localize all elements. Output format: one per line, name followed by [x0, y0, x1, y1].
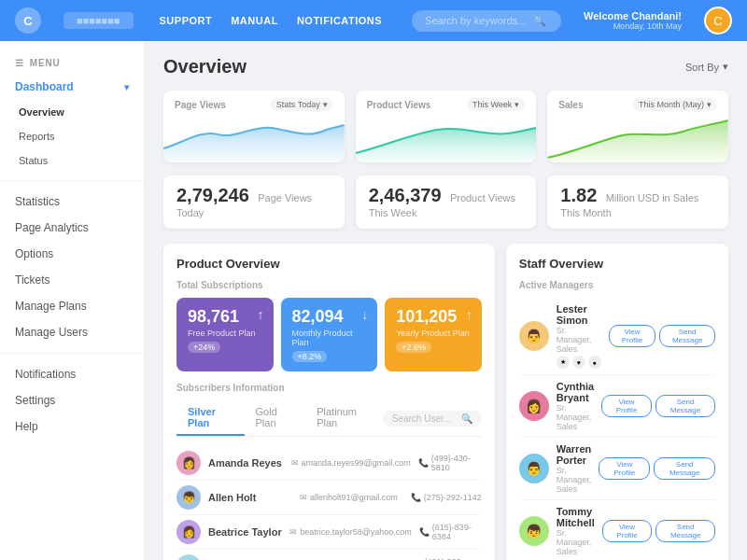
table-row: 👦 Craig Thomas ✉ craig.thomas@gmail.com …	[176, 550, 482, 560]
send-message-button[interactable]: Send Message	[659, 325, 715, 347]
sidebar-item-settings[interactable]: Settings	[0, 387, 144, 413]
topnav-links: SUPPORT MANUAL NOTIFICATIONS	[160, 15, 383, 26]
main-content: Overview Sort By ▾ Page Views Stats Toda…	[145, 41, 747, 560]
subscriber-table: 👩 Amanda Reyes ✉ amanda.reyes99@gmail.co…	[176, 446, 482, 560]
chevron-down-icon: ▾	[723, 61, 728, 73]
staff-icons: ★ ♥ ●	[557, 356, 601, 369]
chart-product-views-graph	[356, 111, 537, 162]
stat-sales: 1.82 Million USD in Sales This Month	[547, 175, 728, 229]
staff-role: Sr. Manager, Sales	[557, 466, 592, 494]
search-input[interactable]	[425, 15, 528, 26]
search-icon: 🔍	[461, 413, 472, 424]
nav-notifications[interactable]: NOTIFICATIONS	[297, 15, 382, 26]
topnav-welcome: Welcome Chandani! Monday, 10th May	[584, 10, 682, 31]
sidebar-item-help[interactable]: Help	[0, 413, 144, 440]
subscriber-avatar: 👩	[176, 520, 201, 544]
sidebar-item-manage-users[interactable]: Manage Users	[0, 319, 144, 345]
stat-page-views-number: 2,79,246	[176, 185, 249, 205]
subscriber-email: ✉ beatrice.taylor58@yahoo.com	[289, 527, 412, 537]
sidebar-menu-label: ☰ MENU	[0, 52, 144, 74]
sub-card-monthly: 82,094 Monthly Product Plan +8.2% ↓	[281, 298, 378, 371]
menu-icon: ☰	[15, 58, 24, 68]
topnav-avatar[interactable]: C	[704, 7, 732, 35]
sort-by-button[interactable]: Sort By ▾	[685, 61, 728, 73]
subscriber-search[interactable]: 🔍	[383, 411, 482, 427]
staff-info: Cynthia Bryant Sr. Manager, Sales	[557, 381, 594, 431]
subscriber-search-input[interactable]	[392, 413, 458, 424]
sidebar-item-reports[interactable]: Reports	[0, 124, 144, 148]
subscriber-email: ✉ allenholt91@gmail.com	[300, 493, 403, 502]
sidebar-item-options[interactable]: Options	[0, 241, 144, 267]
page-header: Overview Sort By ▾	[163, 56, 728, 77]
sidebar-item-overview[interactable]: Overview	[0, 100, 144, 124]
sidebar-divider-2	[0, 353, 144, 354]
tab-platinum-plan[interactable]: Platinum Plan	[305, 400, 383, 436]
stat-product-views-number: 2,46,379	[369, 185, 442, 205]
active-managers-label: Active Managers	[519, 280, 715, 290]
arrow-up-icon: ↑	[258, 307, 264, 322]
staff-role: Sr. Manager, Sales	[557, 528, 595, 556]
staff-name: Cynthia Bryant	[557, 381, 594, 403]
sidebar-item-dashboard[interactable]: Dashboard ▾	[0, 74, 144, 100]
nav-manual[interactable]: MANUAL	[231, 15, 278, 26]
view-profile-button[interactable]: View Profile	[599, 457, 650, 480]
staff-item-lester: 👨 Lester Simon Sr. Manager, Sales ★ ♥ ● …	[519, 298, 715, 375]
send-message-button[interactable]: Send Message	[655, 520, 715, 542]
topnav-logo: C	[15, 7, 41, 34]
view-profile-button[interactable]: View Profile	[601, 395, 652, 417]
subscriber-phone: 📞 (499)-430-5810	[418, 454, 482, 472]
sidebar-item-manage-plans[interactable]: Manage Plans	[0, 293, 144, 319]
main-layout: ☰ MENU Dashboard ▾ Overview Reports Stat…	[0, 41, 747, 560]
staff-icon: ★	[557, 356, 570, 369]
stat-product-views: 2,46,379 Product Views This Week	[356, 175, 537, 229]
sub-card-yearly-number: 101,205	[396, 307, 471, 327]
charts-row: Page Views Stats Today ▾	[163, 91, 728, 162]
stat-page-views: 2,79,246 Page Views Today	[163, 175, 345, 229]
tab-gold-plan[interactable]: Gold Plan	[245, 400, 306, 436]
send-message-button[interactable]: Send Message	[654, 457, 715, 480]
chart-sales-period[interactable]: This Month (May) ▾	[633, 98, 717, 111]
send-message-button[interactable]: Send Message	[655, 395, 715, 417]
chart-sales: Sales This Month (May) ▾	[547, 91, 728, 162]
subscriber-avatar: 👩	[176, 451, 201, 475]
staff-actions: View Profile Send Message	[609, 325, 715, 347]
sidebar-item-page-analytics[interactable]: Page Analytics	[0, 215, 144, 241]
chevron-down-icon: ▾	[124, 82, 129, 92]
chart-sales-graph	[547, 111, 728, 162]
view-profile-button[interactable]: View Profile	[609, 325, 656, 347]
product-overview-title: Product Overview	[176, 257, 482, 271]
nav-support[interactable]: SUPPORT	[160, 15, 213, 26]
sub-card-free: 98,761 Free Product Plan +24% ↑	[176, 298, 274, 371]
bottom-row: Product Overview Total Subscriptions 98,…	[163, 244, 728, 560]
subscriber-phone: 📞 (275)-292-1142	[411, 493, 482, 502]
chart-product-views-period[interactable]: This Week ▾	[467, 98, 525, 111]
sub-card-monthly-number: 82,094	[292, 307, 367, 327]
sub-card-yearly: 101,205 Yearly Product Plan +2.6% ↑	[385, 298, 482, 371]
view-profile-button[interactable]: View Profile	[602, 520, 653, 542]
sub-card-free-label: Free Product Plan	[188, 329, 262, 338]
sidebar-divider-1	[0, 180, 144, 181]
subscriber-avatar: 👦	[176, 485, 201, 510]
arrow-down-icon: ↓	[361, 307, 368, 322]
staff-name: Warren Porter	[557, 443, 592, 466]
staff-name: Lester Simon	[557, 303, 601, 326]
sidebar-item-notifications[interactable]: Notifications	[0, 361, 144, 387]
staff-actions: View Profile Send Message	[602, 520, 715, 542]
sidebar-item-tickets[interactable]: Tickets	[0, 267, 144, 293]
subscriber-tabs: Silver Plan Gold Plan Platinum Plan 🔍	[176, 400, 482, 437]
total-subscriptions-label: Total Subscriptions	[176, 280, 482, 290]
staff-avatar: 👨	[519, 454, 549, 483]
stat-sales-number: 1.82	[560, 185, 597, 205]
sub-card-yearly-badge: +2.6%	[396, 342, 431, 353]
sidebar-item-status[interactable]: Status	[0, 148, 144, 173]
staff-icon: ●	[588, 356, 601, 369]
staff-item-tommy: 👦 Tommy Mitchell Sr. Manager, Sales View…	[519, 500, 715, 560]
chart-page-views-period[interactable]: Stats Today ▾	[271, 98, 333, 111]
chart-product-views-label: Product Views	[367, 100, 431, 110]
sidebar: ☰ MENU Dashboard ▾ Overview Reports Stat…	[0, 41, 145, 560]
sidebar-item-statistics[interactable]: Statistics	[0, 189, 144, 215]
subscriber-name: Beatrice Taylor	[208, 526, 282, 538]
tab-silver-plan[interactable]: Silver Plan	[176, 400, 245, 436]
topnav-search[interactable]: 🔍	[412, 10, 561, 32]
page-title: Overview	[163, 56, 247, 77]
